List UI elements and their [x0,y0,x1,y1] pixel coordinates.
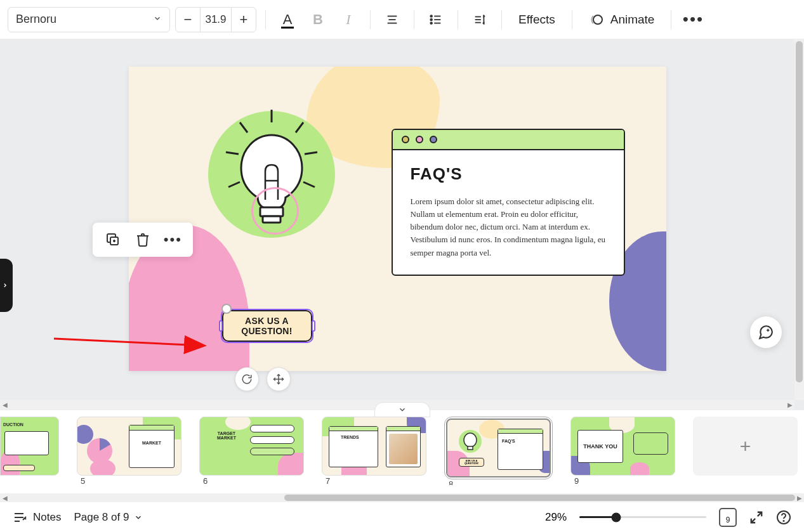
font-size-decrease[interactable]: − [176,8,200,32]
thumbnail-page-4[interactable]: DUCTION [0,417,59,476]
zoom-handle[interactable] [612,512,621,522]
bottom-bar: Notes Page 8 of 9 29% 9 [0,502,804,532]
scrollbar-thumb[interactable] [796,41,803,382]
spacing-button[interactable] [467,7,492,32]
svg-point-7 [430,18,432,20]
notes-icon [13,510,28,525]
zoom-percent: 29% [545,511,567,524]
page-label: Page 8 of 9 [74,511,129,524]
color-swatch [281,27,294,29]
svg-point-35 [464,433,477,447]
window-dot [430,136,437,143]
canvas-viewport[interactable]: FAQ'S Lorem ipsum dolor sit amet, consec… [0,39,794,400]
scroll-right-icon[interactable]: ▶ [785,400,794,410]
thumbnail-page-6[interactable]: TARGET MARKET 6 [199,417,304,476]
separator [370,10,371,29]
page-indicator[interactable]: Page 8 of 9 [74,511,143,524]
scrollbar-thumb[interactable] [284,495,795,501]
thumbnail-page-9[interactable]: THANK YOU 9 [570,417,675,476]
svg-rect-36 [468,446,473,450]
more-options-button[interactable]: ••• [680,7,706,32]
thumbnail-strip: DUCTION MARKET 5 [0,410,804,502]
side-panel-toggle[interactable] [0,259,13,312]
selected-text-element[interactable]: ASK US A QUESTION! [222,310,312,342]
thumbnail-number: 8 [449,479,453,485]
move-icon [273,373,284,385]
window-dot [402,136,409,143]
grid-view-button[interactable]: 9 [719,508,737,527]
selection-frame [221,309,313,343]
animate-button[interactable]: Animate [581,7,662,32]
sync-button[interactable] [235,367,259,391]
move-button[interactable] [267,367,291,391]
bold-button[interactable]: B [305,7,331,32]
effects-button[interactable]: Effects [511,7,563,32]
fullscreen-icon [749,510,763,524]
faq-body: FAQ'S Lorem ipsum dolor sit amet, consec… [393,150,624,275]
canvas-area: FAQ'S Lorem ipsum dolor sit amet, consec… [0,39,804,410]
scroll-left-icon[interactable]: ◀ [0,493,10,503]
separator [671,10,671,29]
chevron-down-icon [153,13,162,26]
font-size-input[interactable] [200,8,232,32]
separator [265,10,266,29]
resize-handle-left[interactable] [219,320,223,332]
svg-line-18 [305,152,317,154]
dots-icon: ••• [164,231,182,248]
scroll-right-icon[interactable]: ▶ [794,493,804,503]
element-action-bar: ••• [93,223,193,257]
browser-mockup-header [393,130,624,150]
separator [572,10,572,29]
zoom-slider[interactable] [579,516,706,518]
add-page-button[interactable]: + [693,417,798,476]
thumbnail-scrollbar[interactable]: ◀ ▶ [0,493,804,502]
vertical-scrollbar[interactable] [794,39,804,400]
svg-point-6 [430,15,432,17]
notes-button[interactable]: Notes [13,510,61,525]
pink-ring [251,187,299,235]
delete-button[interactable] [132,229,154,250]
thumbnail-collapse-handle[interactable] [374,402,430,417]
italic-button[interactable]: I [336,7,361,32]
text-toolbar: Bernoru − + A B I Effects Animate ••• [0,0,804,39]
thumbnail-page-5[interactable]: MARKET 5 [77,417,181,476]
help-icon [776,510,791,525]
sync-icon [241,373,253,385]
resize-handle-right[interactable] [312,320,315,332]
separator [458,10,458,29]
svg-point-40 [783,520,784,521]
separator [501,10,502,29]
font-name: Bernoru [16,13,56,26]
thumbnail-page-7[interactable]: TRENDS 7 [322,417,426,476]
rotate-handle[interactable] [221,304,232,314]
dots-icon: ••• [683,10,704,29]
fullscreen-button[interactable] [749,510,763,524]
animate-icon [589,12,604,27]
font-size-group: − + [175,7,256,32]
faq-text[interactable]: Lorem ipsum dolor sit amet, consectetur … [411,195,606,259]
thumbnail-number: 7 [326,476,330,485]
font-selector[interactable]: Bernoru [8,7,170,32]
svg-line-20 [303,182,315,187]
page-count-badge: 9 [719,508,737,527]
faq-card[interactable]: FAQ'S Lorem ipsum dolor sit amet, consec… [392,129,625,276]
thumbnails-row: DUCTION MARKET 5 [0,410,804,485]
help-button[interactable] [776,510,791,525]
trash-icon [135,232,150,247]
alignment-button[interactable] [379,7,405,32]
svg-line-17 [226,152,239,154]
svg-line-15 [240,122,247,133]
duplicate-button[interactable] [102,229,124,250]
duplicate-icon [105,232,121,247]
list-button[interactable] [423,7,449,32]
lightbulb-graphic[interactable] [208,111,335,238]
thumbnail-page-8-active[interactable]: ASK US AQUESTION! FAQ'S 8 [444,417,553,479]
text-color-button[interactable]: A [275,7,300,32]
ai-assist-button[interactable] [750,316,782,348]
font-size-increase[interactable]: + [232,8,256,32]
svg-point-13 [593,15,602,24]
more-actions-button[interactable]: ••• [162,229,183,250]
scroll-left-icon[interactable]: ◀ [0,400,10,410]
slide-canvas[interactable]: FAQ'S Lorem ipsum dolor sit amet, consec… [129,67,666,371]
faq-title[interactable]: FAQ'S [411,164,606,184]
